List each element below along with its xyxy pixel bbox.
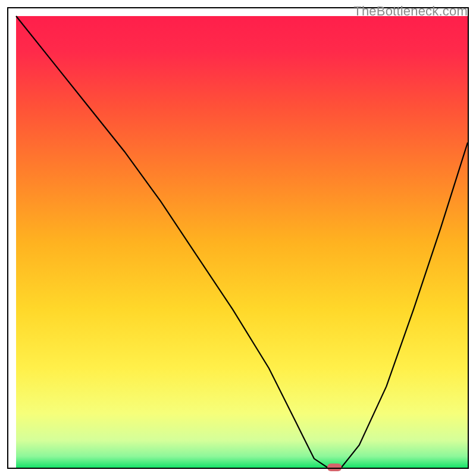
plot-background (16, 16, 468, 468)
optimum-marker (327, 464, 342, 471)
bottleneck-chart (0, 0, 476, 476)
watermark-text: TheBottleneck.com (353, 4, 468, 19)
chart-container: { "watermark": "TheBottleneck.com", "cha… (0, 0, 476, 476)
